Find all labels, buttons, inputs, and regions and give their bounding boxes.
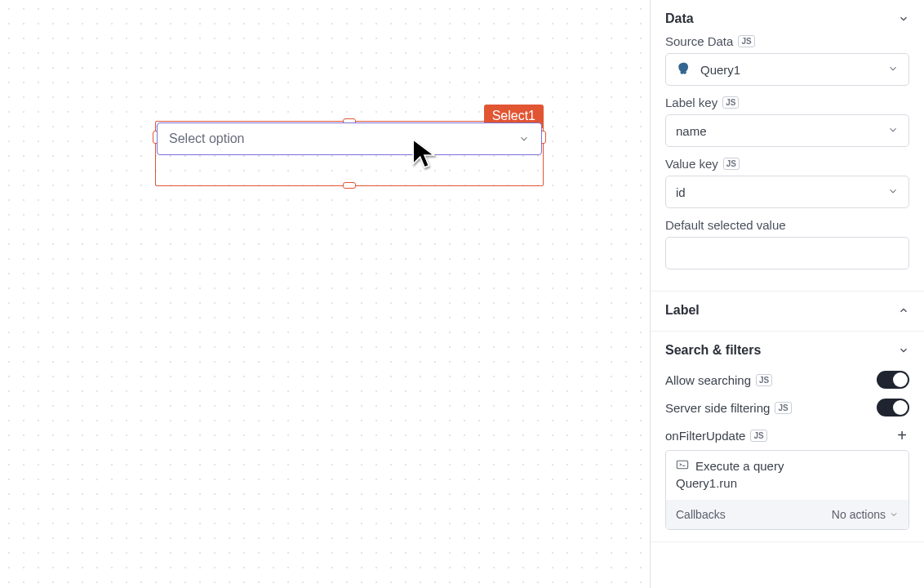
default-selected-input[interactable] — [665, 237, 909, 270]
label-key-value: name — [676, 124, 707, 138]
prop-value-key: Value key JS id — [665, 157, 909, 208]
prop-source-data: Source Data JS Query1 — [665, 34, 909, 86]
js-badge[interactable]: JS — [722, 96, 739, 109]
label-key-label-text: Label key — [665, 96, 717, 109]
action-card[interactable]: Execute a query Query1.run Callbacks No … — [665, 450, 909, 530]
prop-label-key-label: Label key JS — [665, 96, 909, 109]
js-badge[interactable]: JS — [738, 35, 754, 47]
on-filter-update-label: onFilterUpdate — [665, 429, 745, 443]
js-badge[interactable]: JS — [756, 374, 772, 386]
prop-default-selected: Default selected value — [665, 218, 909, 270]
select-widget[interactable]: Select option — [157, 122, 542, 155]
postgres-icon — [676, 61, 692, 78]
query-icon — [676, 459, 689, 473]
allow-searching-toggle[interactable] — [877, 371, 909, 389]
section-data-header[interactable]: Data — [665, 7, 909, 34]
add-action-button[interactable]: + — [895, 426, 909, 445]
prop-source-data-label: Source Data JS — [665, 34, 909, 48]
server-side-toggle[interactable] — [877, 399, 909, 416]
svg-rect-0 — [677, 461, 687, 468]
prop-on-filter-update: onFilterUpdate JS + — [665, 421, 909, 450]
canvas[interactable]: Select1 Select option — [0, 0, 651, 588]
default-selected-label: Default selected value — [665, 218, 909, 232]
prop-label-key: Label key JS name — [665, 96, 909, 147]
widget-selection-outline: Select option — [155, 121, 544, 186]
select-placeholder: Select option — [169, 131, 245, 146]
section-label: Label — [651, 292, 924, 332]
chevron-down-icon — [887, 63, 899, 77]
source-data-dropdown[interactable]: Query1 — [665, 53, 909, 86]
chevron-down-icon — [898, 345, 909, 356]
section-search-filters: Search & filters Allow searching JS Serv… — [651, 332, 924, 542]
prop-value-key-label: Value key JS — [665, 157, 909, 171]
value-key-label-text: Value key — [665, 157, 718, 171]
js-badge[interactable]: JS — [750, 430, 766, 442]
server-side-label: Server side filtering — [665, 401, 770, 415]
prop-server-side-filtering: Server side filtering JS — [665, 394, 909, 421]
source-data-value: Query1 — [700, 63, 740, 77]
section-search-title: Search & filters — [665, 343, 761, 358]
section-data-title: Data — [665, 11, 694, 26]
js-badge[interactable]: JS — [775, 402, 791, 414]
value-key-dropdown[interactable]: id — [665, 176, 909, 208]
chevron-down-icon — [518, 133, 530, 145]
callbacks-value: No actions — [832, 508, 886, 521]
value-key-value: id — [676, 185, 686, 199]
action-title: Execute a query — [695, 459, 784, 473]
callbacks-label: Callbacks — [676, 508, 726, 521]
chevron-down-icon — [887, 185, 899, 199]
chevron-down-icon — [887, 124, 899, 138]
label-key-dropdown[interactable]: name — [665, 114, 909, 147]
action-callbacks-row[interactable]: Callbacks No actions — [666, 500, 908, 529]
section-data: Data Source Data JS Query1 — [651, 0, 924, 292]
allow-searching-label: Allow searching — [665, 373, 751, 387]
source-data-label-text: Source Data — [665, 34, 733, 48]
property-panel[interactable]: Data Source Data JS Query1 — [651, 0, 924, 588]
chevron-up-icon — [898, 305, 909, 316]
prop-allow-searching: Allow searching JS — [665, 366, 909, 394]
section-label-title: Label — [665, 303, 700, 318]
action-subtitle: Query1.run — [666, 476, 908, 500]
chevron-down-icon — [898, 13, 909, 24]
section-label-header[interactable]: Label — [665, 298, 909, 326]
chevron-down-icon — [889, 510, 899, 519]
resize-handle-bottom[interactable] — [343, 182, 356, 189]
js-badge[interactable]: JS — [723, 158, 740, 170]
section-search-header[interactable]: Search & filters — [665, 338, 909, 366]
